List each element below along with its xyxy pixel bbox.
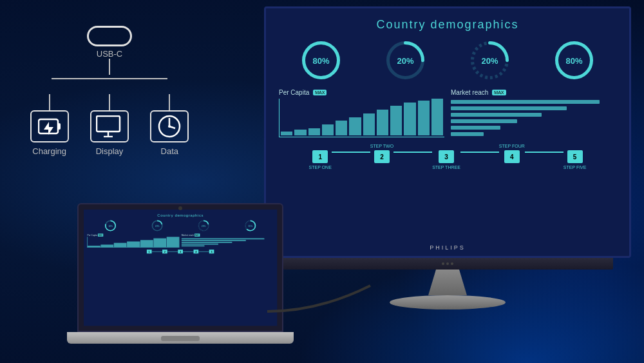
market-reach-title: Market reach MAX [451,89,616,96]
hbar-2 [451,106,567,110]
lbar-1 [88,246,100,247]
bar-11 [418,101,430,135]
ls-4: 4 [194,250,199,253]
ls-box-4: 4 [194,250,199,253]
circle-text-1: 80% [312,55,329,65]
bar-10 [404,103,415,135]
ls-5: 5 [209,250,214,253]
circle-gauge-2: 20% [384,39,426,81]
charging-icon [38,117,61,135]
ls-box-3: 3 [178,250,183,253]
laptop-base [67,332,294,344]
step-box-2: 2 [374,150,390,163]
step-2-top: STEP TWO [370,144,393,148]
laptop-hbar-chart [182,237,274,248]
dashboard: Country demographics 80% [266,8,629,256]
svg-text:35%: 35% [248,225,252,228]
step-2-bottom [381,165,383,170]
bezel-dot-3 [451,262,453,265]
usb-branch-container [19,78,200,94]
usb-diagram: USB-C Charging [19,26,200,156]
per-capita-max-badge: MAX [313,90,327,95]
hbar-1 [451,100,600,104]
lbar-4 [127,242,140,248]
dashboard-steps: 1 STEP ONE STEP TWO 2 3 STEP THREE [279,144,616,170]
branch-line-display [109,94,110,110]
monitor-stand [264,270,631,309]
ls-box-1: 1 [147,250,152,253]
laptop-circle-3: 20% [198,219,210,231]
circle-gauge-1: 80% [300,39,342,81]
ls-box-5: 5 [209,250,214,253]
circle-gauge-3: 20% [469,39,511,81]
data-label: Data [161,146,178,156]
bezel-dot-1 [442,262,444,265]
laptop-webcam [178,206,182,210]
display-label: Display [96,146,124,156]
monitor-brand: PHILIPS [430,244,466,251]
circle-1: 80% [300,39,342,81]
circle-text-3: 20% [481,55,498,65]
data-icon [157,114,182,139]
usb-pill-icon [87,26,132,46]
hbar-5 [451,126,500,130]
circle-text-2: 20% [397,55,413,65]
ls-line-4 [198,251,209,252]
laptop-charts: Per Capita MAX Market reach MAX [88,234,274,248]
per-capita-section: Per Capita MAX [279,89,444,137]
ls-3: 3 [178,250,183,253]
lbar-6 [153,239,166,248]
usb-branch-display: Display [84,94,135,156]
laptop-market-reach-title: Market reach MAX [182,234,274,236]
charging-icon-box [30,110,69,142]
circle-gauge-4: 80% [553,39,595,81]
step-4: STEP FOUR 4 [499,144,525,170]
lhbar-4 [182,244,218,245]
ls-2: 2 [162,250,167,253]
circle-3: 20% [469,39,511,81]
bar-4 [322,124,334,135]
circle-text-4: 80% [565,55,582,65]
svg-point-9 [168,125,171,128]
step-line-2 [393,152,432,153]
usb-line-vertical [109,59,110,75]
bar-9 [390,106,402,135]
monitor: Country demographics 80% [264,6,631,297]
usb-connector: USB-C [19,26,200,75]
svg-text:20%: 20% [155,225,160,228]
laptop-per-capita: Per Capita MAX [88,234,180,248]
dashboard-charts: Per Capita MAX [279,89,616,137]
svg-rect-1 [58,123,61,130]
lhbar-3 [182,242,232,243]
step-box-5: 5 [567,150,583,163]
ls-line-2 [167,251,178,252]
bezel-dot-2 [446,262,449,265]
lhbar-1 [182,238,265,239]
circle-2: 20% [384,39,426,81]
laptop-circles: 18% 20% 20% 35% [88,219,274,231]
hbar-4 [451,119,517,123]
usb-label: USB-C [97,49,122,59]
bar-8 [377,110,388,135]
bar-5 [336,121,347,135]
laptop-screen: Country demographics 18% 20% [77,203,283,332]
ls-1: 1 [147,250,152,253]
step-5: 5 STEP FIVE [564,144,587,170]
branch-line-data [169,94,170,110]
laptop-steps: 1 2 3 4 5 [88,250,274,253]
hbar-6 [451,132,484,136]
laptop-circle-2: 20% [151,219,163,231]
lbar-5 [140,240,153,247]
step-3-bottom: STEP THREE [432,165,460,170]
svg-text:18%: 18% [108,225,113,228]
bar-12 [431,99,443,135]
laptop-per-capita-title: Per Capita MAX [88,234,180,236]
step-5-bottom: STEP FIVE [564,165,587,170]
data-icon-box [150,110,189,142]
step-line-1 [332,152,370,153]
market-reach-max-badge: MAX [492,90,506,95]
charging-label: Charging [32,146,66,156]
step-line-3 [460,152,499,153]
dashboard-circles: 80% 20% [279,39,616,81]
laptop-market-reach: Market reach MAX [182,234,274,248]
